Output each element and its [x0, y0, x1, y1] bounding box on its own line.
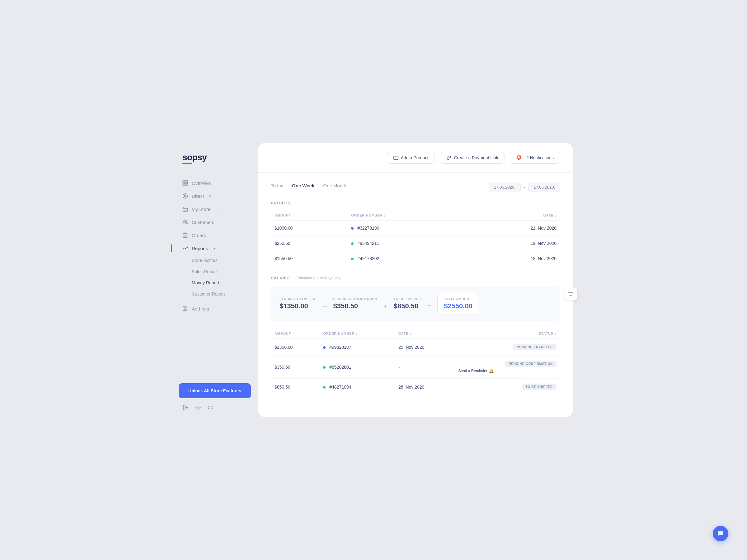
sidebar-item-label-orders: Orders — [192, 233, 206, 238]
svg-point-12 — [210, 407, 211, 408]
sidebar-item-label-overview: Overview — [192, 181, 211, 186]
balance-status: TO BE SHIPPED — [455, 379, 560, 395]
balance-table: AMOUNT ↕ ORDER NUMBER ↕ DATE ↕ STATUS ↕ … — [271, 328, 560, 395]
tab-one-month[interactable]: One Month — [323, 183, 346, 191]
svg-point-14 — [519, 156, 521, 157]
plus-op-1: + — [322, 302, 328, 311]
chevron-down-icon: ∨ — [209, 194, 211, 198]
balance-order: #48271094 — [319, 379, 395, 395]
logo: sopsy — [182, 153, 247, 162]
payouts-table: AMOUNT ↕ ORDER NUMBER ↕ DATE ↕ $1000.00 … — [271, 210, 560, 266]
sidebar-item-orders[interactable]: Orders — [171, 229, 258, 242]
svg-rect-0 — [183, 181, 185, 183]
svg-rect-3 — [185, 183, 188, 185]
date-to[interactable]: 17.05.2020. — [528, 182, 560, 192]
balance-table-header: AMOUNT ↕ ORDER NUMBER ↕ DATE ↕ STATUS ↕ — [271, 328, 560, 339]
grid-icon — [182, 180, 188, 186]
sidebar-item-addons[interactable]: Add-ons — [171, 302, 258, 315]
balance-date: 28. Nov 2020 — [395, 379, 455, 395]
users-icon — [182, 219, 188, 225]
sidebar-item-overview[interactable]: Overview — [171, 177, 258, 189]
equals-op: = — [426, 302, 432, 311]
send-reminder-link[interactable]: Send a Reminder 🔔 — [458, 368, 557, 373]
chart-icon — [182, 245, 188, 251]
top-header: Add a Product Create a Payment Link +2 N… — [258, 143, 573, 173]
sidebar-item-label-reports: Reports — [192, 246, 208, 251]
svg-point-11 — [208, 406, 213, 409]
chevron-up-icon: ∧ — [213, 247, 215, 250]
sidebar-actions-row — [179, 404, 251, 411]
sidebar-item-store-visitors[interactable]: Store Visitors — [171, 255, 258, 266]
pending-confirmation-value: $350.50 — [333, 302, 377, 310]
payouts-col-amount[interactable]: AMOUNT ↕ — [271, 210, 347, 220]
gear-icon[interactable] — [195, 404, 201, 411]
balance-col-amount[interactable]: AMOUNT ↕ — [271, 328, 319, 339]
pending-transfer-item: PENDING TRANSFER: $1350.00 — [280, 297, 317, 310]
sidebar-item-customers[interactable]: Customers — [171, 216, 258, 229]
reminder-icon: 🔔 — [489, 368, 494, 373]
payout-order: #85494211 — [347, 236, 466, 251]
balance-col-date[interactable]: DATE ↕ — [395, 328, 455, 339]
chat-button[interactable] — [713, 526, 728, 541]
pending-transfer-label: PENDING TRANSFER: — [280, 297, 317, 301]
bell-icon — [516, 155, 521, 160]
balance-amount: $350.50 — [271, 355, 319, 379]
add-product-button[interactable]: Add a Product — [387, 152, 435, 164]
payout-amount: $1000.00 — [271, 220, 347, 236]
notifications-button[interactable]: +2 Notifications — [510, 152, 560, 164]
payout-order: #49178202 — [347, 251, 466, 266]
sidebar-item-mystore[interactable]: My Store ∨ — [171, 203, 258, 216]
total-amount-value: $2550.00 — [444, 302, 472, 310]
chat-icon — [717, 530, 724, 537]
pending-confirmation-item: PENDING CONFIRMATION $350.50 — [333, 297, 377, 310]
tab-one-week[interactable]: One Week — [292, 183, 314, 191]
payout-date: 18. Nov 2020 — [466, 251, 560, 266]
date-from[interactable]: 17.05.2020. — [489, 182, 521, 192]
svg-point-10 — [197, 407, 199, 408]
logout-icon[interactable] — [182, 404, 189, 411]
table-row: $1350.00 #99820187 25. Nov 2020 PENDING … — [271, 339, 560, 355]
payouts-section-title: PAYOUTS — [271, 201, 560, 205]
svg-rect-9 — [183, 234, 187, 238]
table-row: $850.50 #48271094 28. Nov 2020 TO BE SHI… — [271, 379, 560, 395]
sidebar-item-sales-report[interactable]: Sales Report — [171, 266, 258, 277]
logo-underline — [182, 163, 192, 164]
date-range: 17.05.2020. - 17.05.2020. — [489, 182, 560, 192]
notifications-label: +2 Notifications — [524, 155, 554, 160]
sidebar-item-customer-report[interactable]: Customer Report — [171, 288, 258, 300]
balance-status: PENDING TRANSFER — [455, 339, 560, 355]
payouts-col-order[interactable]: ORDER NUMBER ↕ — [347, 210, 466, 220]
eye-icon[interactable] — [207, 404, 213, 411]
sidebar-item-direct[interactable]: Direct ∨ — [171, 189, 258, 203]
create-payment-label: Create a Payment Link — [454, 155, 498, 160]
payout-amount: $1550.50 — [271, 251, 347, 266]
logo-area: sopsy — [171, 153, 258, 177]
sidebar-bottom: Unlock All Store Features — [171, 383, 258, 411]
sidebar-item-reports[interactable]: Reports ∧ — [171, 242, 258, 255]
filter-icon — [568, 291, 573, 297]
payouts-table-header: AMOUNT ↕ ORDER NUMBER ↕ DATE ↕ — [271, 210, 560, 220]
to-be-shipped-item: TO BE SHIPPED $850.50 — [394, 297, 421, 310]
unlock-features-button[interactable]: Unlock All Store Features — [179, 383, 251, 398]
balance-col-order[interactable]: ORDER NUMBER ↕ — [319, 328, 395, 339]
balance-amount: $1350.00 — [271, 339, 319, 355]
svg-point-7 — [184, 220, 185, 222]
status-badge: PENDING TRANSFER — [513, 344, 557, 350]
clipboard-icon — [182, 232, 188, 238]
payouts-col-date[interactable]: DATE ↕ — [466, 210, 560, 220]
balance-summary: PENDING TRANSFER: $1350.00 + PENDING CON… — [271, 287, 560, 321]
table-row: $250.50 #85494211 19. Nov 2020 — [271, 236, 560, 251]
balance-order: #85202801 — [319, 355, 395, 379]
payment-link-icon — [446, 155, 451, 160]
to-be-shipped-label: TO BE SHIPPED — [394, 297, 421, 301]
sidebar-item-money-report[interactable]: Money Report — [171, 277, 258, 288]
create-payment-link-button[interactable]: Create a Payment Link — [440, 152, 505, 164]
add-product-icon — [393, 155, 398, 160]
balance-date: 25. Nov 2020 — [395, 339, 455, 355]
balance-date: - — [395, 355, 455, 379]
tab-today[interactable]: Today — [271, 183, 283, 191]
balance-col-status[interactable]: STATUS ↕ — [455, 328, 560, 339]
payout-date: 19. Nov 2020 — [466, 236, 560, 251]
filter-button[interactable] — [564, 288, 577, 300]
sidebar-item-label-addons: Add-ons — [192, 306, 209, 312]
